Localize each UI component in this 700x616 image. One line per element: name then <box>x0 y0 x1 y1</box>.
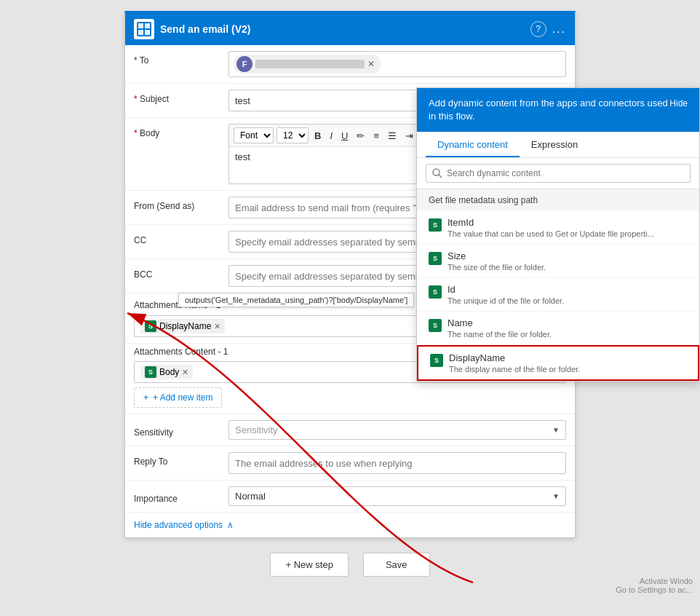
font-selector[interactable]: Font <box>234 127 274 143</box>
chip-remove-icon[interactable]: ✕ <box>367 59 375 69</box>
dynamic-panel-header: Add dynamic content from the apps and co… <box>417 88 699 132</box>
ul-button[interactable]: ≡ <box>370 129 382 143</box>
sensitivity-dropdown[interactable]: Sensitivity ▼ <box>228 420 566 440</box>
dynamic-search-input[interactable] <box>447 168 684 178</box>
attachment-chip-remove-icon[interactable]: ✕ <box>214 322 220 331</box>
dynamic-item-name: Size <box>448 250 688 261</box>
dynamic-item-content: Name The name of the file or folder. <box>448 317 688 339</box>
tab-expression[interactable]: Expression <box>520 132 589 157</box>
italic-button[interactable]: I <box>327 129 335 143</box>
highlight-button[interactable]: ✏ <box>354 129 367 143</box>
body-label: Body <box>134 124 221 138</box>
help-button[interactable]: ? <box>530 21 546 37</box>
dynamic-item-id[interactable]: S Id The unique id of the file or folder… <box>417 278 699 312</box>
dynamic-content-list: Get file metadata using path S ItemId Th… <box>417 189 699 381</box>
card-header: Send an email (V2) ? ... <box>125 13 575 45</box>
more-options-button[interactable]: ... <box>552 23 566 36</box>
reply-to-input[interactable] <box>228 452 566 474</box>
to-input[interactable]: F ✕ <box>228 51 566 77</box>
hide-advanced-button[interactable]: Hide advanced options ∧ <box>125 513 575 537</box>
chevron-up-icon: ∧ <box>227 520 234 530</box>
attachment-content-chip-name: Body <box>159 367 179 377</box>
dynamic-item-icon: S <box>429 218 442 232</box>
reply-to-label: Reply To <box>134 452 221 467</box>
sensitivity-label: Sensitivity <box>134 423 221 438</box>
underline-button[interactable]: U <box>338 129 351 143</box>
dynamic-item-icon: S <box>429 252 442 265</box>
dynamic-search-box <box>426 164 691 183</box>
dynamic-section-title: Get file metadata using path <box>417 189 699 211</box>
sensitivity-value: Sensitivity <box>235 425 278 435</box>
hide-advanced-label: Hide advanced options <box>134 520 223 530</box>
attachment-content-chip: S Body ✕ <box>140 365 193 379</box>
dynamic-item-icon: S <box>429 319 442 332</box>
dynamic-item-content: Size The size of the file or folder. <box>448 250 688 272</box>
dynamic-item-content: ItemId The value that can be used to Get… <box>448 217 688 238</box>
to-field-row: * To F ✕ <box>125 45 575 84</box>
dynamic-content-panel: Add dynamic content from the apps and co… <box>416 87 700 382</box>
dynamic-item-itemid[interactable]: S ItemId The value that can be used to G… <box>417 211 699 245</box>
svg-rect-2 <box>145 23 150 28</box>
attachment-content-chip-icon: S <box>145 366 156 378</box>
importance-field-row: Importance Normal ▼ <box>125 481 575 513</box>
new-step-button[interactable]: + New step <box>270 553 348 577</box>
add-new-item-icon: + <box>143 392 148 403</box>
dynamic-item-size[interactable]: S Size The size of the file or folder. <box>417 245 699 278</box>
svg-rect-3 <box>138 30 143 35</box>
sensitivity-dropdown-arrow: ▼ <box>552 426 560 434</box>
importance-value: Normal <box>235 491 266 502</box>
importance-dropdown-arrow: ▼ <box>552 492 560 500</box>
indent-button[interactable]: ⇥ <box>402 129 416 143</box>
dynamic-panel-header-text: Add dynamic content from the apps and co… <box>429 97 669 123</box>
bcc-label: BCC <box>134 265 221 280</box>
dynamic-item-desc: The unique id of the file or folder. <box>448 296 688 305</box>
to-chip: F ✕ <box>234 55 381 74</box>
cc-label: CC <box>134 231 221 245</box>
ol-button[interactable]: ☰ <box>385 129 399 143</box>
svg-rect-1 <box>138 23 143 28</box>
font-size-selector[interactable]: 12 <box>277 127 309 143</box>
reply-to-field-row: Reply To <box>125 446 575 481</box>
bold-button[interactable]: B <box>311 129 324 143</box>
svg-line-6 <box>439 175 442 178</box>
dynamic-item-desc: The value that can be used to Get or Upd… <box>448 229 688 238</box>
dynamic-panel-hide-button[interactable]: Hide <box>669 97 688 108</box>
dynamic-item-displayname[interactable]: S DisplayName The display name of the fi… <box>417 345 699 381</box>
sensitivity-field-row: Sensitivity Sensitivity ▼ <box>125 414 575 446</box>
search-icon <box>432 168 442 178</box>
dynamic-item-name: ItemId <box>448 217 688 228</box>
attachment-chip-icon: S <box>145 320 156 332</box>
card-title: Send an email (V2) <box>160 23 525 35</box>
dynamic-item-desc: The display name of the file or folder. <box>449 365 686 374</box>
dynamic-items-container: S ItemId The value that can be used to G… <box>417 211 699 381</box>
svg-point-5 <box>433 169 440 175</box>
attachment-name-chip: S DisplayName ✕ <box>140 319 225 333</box>
importance-dropdown[interactable]: Normal ▼ <box>228 486 566 506</box>
bottom-buttons: + New step Save <box>7 538 693 584</box>
watermark-line1: Activate Windo <box>616 577 693 585</box>
formula-tooltip: outputs('Get_file_metadata_using_path')?… <box>178 293 414 307</box>
add-new-item-label: + Add new item <box>153 392 212 403</box>
subject-label: Subject <box>134 90 221 104</box>
dynamic-item-name[interactable]: S Name The name of the file or folder. <box>417 312 699 345</box>
dynamic-item-desc: The size of the file or folder. <box>448 263 688 272</box>
windows-watermark: Activate Windo Go to Settings to ac... <box>616 577 693 594</box>
dynamic-item-name: Name <box>448 317 688 328</box>
from-label: From (Send as) <box>134 197 221 211</box>
dynamic-item-content: Id The unique id of the file or folder. <box>448 284 688 305</box>
add-new-item-button[interactable]: + + Add new item <box>134 387 222 408</box>
dynamic-item-name: Id <box>448 284 688 295</box>
tab-dynamic-content[interactable]: Dynamic content <box>426 132 520 157</box>
dynamic-item-name: DisplayName <box>449 352 686 363</box>
to-label: * To <box>134 51 221 66</box>
attachment-content-chip-remove-icon[interactable]: ✕ <box>182 368 188 377</box>
dynamic-search <box>417 158 699 189</box>
save-button[interactable]: Save <box>363 553 430 577</box>
dynamic-panel-tabs: Dynamic content Expression <box>417 132 699 158</box>
dynamic-item-icon: S <box>430 354 443 367</box>
watermark-line2: Go to Settings to ac... <box>616 585 693 594</box>
avatar: F <box>236 56 252 72</box>
dynamic-item-icon: S <box>429 285 442 299</box>
dynamic-item-content: DisplayName The display name of the file… <box>449 352 686 374</box>
chip-name <box>255 60 365 68</box>
